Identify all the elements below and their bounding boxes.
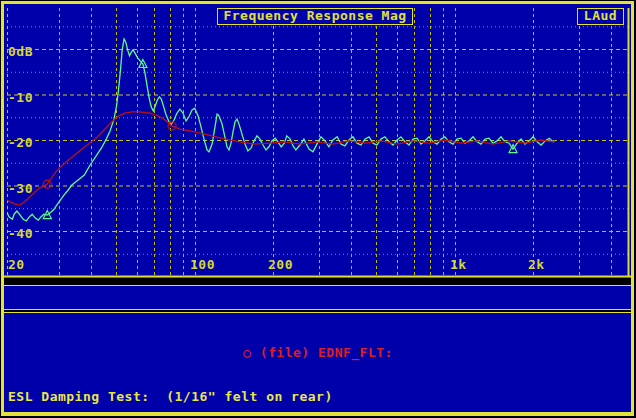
test-description: ESL Damping Test: (1/16" felt on rear): [4, 390, 632, 403]
frequency-response-plot: [0, 0, 636, 280]
y-tick-label: -10: [8, 92, 33, 104]
file-trace-panel: ○ (file) EDNF_FLT: ESL Damping Test: (1/…: [3, 312, 633, 413]
y-tick-label: -20: [8, 137, 33, 149]
y-tick-label: -30: [8, 183, 33, 195]
memory-trace-line: [7, 39, 555, 221]
laud-window: 201002001k2k0dB-10-20-30-40 Frequency Re…: [0, 0, 636, 418]
x-tick-label: 1k: [450, 259, 467, 271]
app-badge: LAud: [577, 8, 624, 25]
x-tick-label: 20: [8, 259, 25, 271]
x-tick-label: 2k: [528, 259, 545, 271]
file-trace-line: [7, 112, 555, 205]
x-tick-label: 200: [268, 259, 293, 271]
y-tick-label: -40: [8, 228, 33, 240]
page-title: Frequency Response Mag: [217, 8, 413, 25]
memory-trace-legend: Δ (memory trace):: [3, 285, 633, 310]
y-tick-label: 0dB: [8, 46, 33, 58]
x-tick-label: 100: [190, 259, 215, 271]
file-trace-label: ○ (file) EDNF_FLT:: [4, 346, 632, 359]
